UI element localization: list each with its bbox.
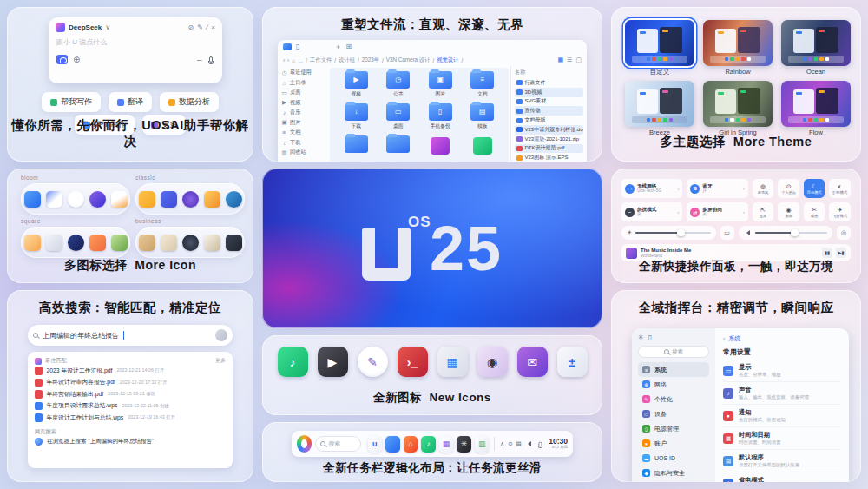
calculator-app-icon[interactable]: ± bbox=[557, 347, 588, 377]
launcher-app-icon[interactable]: ▦ bbox=[437, 347, 468, 377]
folder-item[interactable]: ≡文档 bbox=[462, 71, 504, 103]
action-analytics-button[interactable]: 数据分析 bbox=[160, 92, 219, 112]
folder-item[interactable]: ▤模板 bbox=[462, 103, 504, 135]
dock-music-icon[interactable]: ♪ bbox=[421, 436, 436, 453]
panel-file-row[interactable]: SVG素材 bbox=[515, 97, 583, 107]
panel-file-row[interactable]: V23渲染-2021-1021.zip bbox=[515, 135, 583, 144]
home-icon[interactable]: ⌂ bbox=[292, 57, 295, 63]
icon-set-square[interactable]: square bbox=[21, 218, 130, 258]
cc-search-input[interactable]: 搜索 bbox=[638, 346, 709, 358]
chevron-down-icon[interactable]: ∨ bbox=[105, 24, 110, 31]
deepseek-mode-icon[interactable] bbox=[56, 55, 68, 64]
audio-output-button[interactable]: ◎ bbox=[837, 226, 851, 240]
grid-view-icon[interactable]: ▦ bbox=[557, 56, 563, 63]
folder-item[interactable]: ◷公共 bbox=[378, 71, 420, 103]
microphone-tile[interactable]: ◍麦克风 bbox=[753, 179, 774, 198]
sidebar-item-documents[interactable]: ≡文档 bbox=[281, 128, 325, 138]
folder-item[interactable] bbox=[335, 135, 378, 162]
ai-input[interactable]: 跟小 U 说点什么 bbox=[49, 34, 222, 50]
pin-icon[interactable]: ✎ bbox=[197, 24, 203, 31]
dock-app-grid-icon[interactable]: ▦ bbox=[439, 436, 454, 453]
minimize-icon[interactable]: – bbox=[197, 56, 202, 64]
tray-volume-icon[interactable] bbox=[525, 441, 531, 446]
pause-button[interactable]: ▮▮ bbox=[822, 248, 832, 258]
multiscreen-tile[interactable]: ⇄ 多屏协同关 › bbox=[687, 202, 747, 221]
action-translate-button[interactable]: 翻译 bbox=[108, 92, 152, 112]
sidebar-item-trash[interactable]: ▥回收站 bbox=[281, 148, 325, 158]
dock-app-store-icon[interactable]: ⌂ bbox=[404, 436, 418, 453]
record-tile[interactable]: ◉录屏 bbox=[778, 202, 799, 221]
setting-item-datetime[interactable]: ▦时间和日期时区设置、时间设置 bbox=[723, 427, 841, 450]
panel-file-row[interactable]: DTK设计规范.pdf bbox=[515, 144, 583, 154]
cc-nav-system[interactable]: ≡系统 bbox=[638, 362, 709, 377]
eye-protect-tile[interactable]: ◐护眼模式 bbox=[829, 179, 851, 198]
dock-trash-icon[interactable]: ▥ bbox=[475, 436, 490, 453]
screencast-tile[interactable]: ⇱投屏 bbox=[753, 202, 774, 221]
airplane-tile[interactable]: ✈飞行模式 bbox=[829, 202, 851, 221]
setting-item-sound[interactable]: ♪声音输入、输出、系统音效、设备管理 bbox=[723, 382, 841, 405]
volume-slider[interactable] bbox=[739, 226, 833, 240]
setting-item-default-apps[interactable]: ▤默认程序设置打开文件类型的默认应用 bbox=[723, 450, 841, 472]
folder-item[interactable]: ▣图片 bbox=[419, 71, 462, 103]
folder-item[interactable]: ↓下载 bbox=[335, 103, 378, 135]
setting-item-notifications[interactable]: ●通知免打扰模式、应用通知 bbox=[723, 405, 841, 427]
action-write-button[interactable]: 帮我写作 bbox=[42, 92, 101, 112]
sidebar-toggle-icon[interactable]: ▯ bbox=[296, 43, 299, 50]
list-view-icon[interactable]: ☰ bbox=[567, 56, 572, 63]
close-icon[interactable]: × bbox=[211, 24, 215, 31]
cc-nav-power[interactable]: ▯电源管理 bbox=[638, 421, 709, 436]
camera-app-icon[interactable]: ◉ bbox=[477, 347, 508, 377]
next-track-button[interactable]: ▶▮ bbox=[836, 248, 846, 258]
breadcrumb-segment[interactable]: 工作文件 bbox=[310, 56, 332, 64]
panel-file-row[interactable]: V23申请外观专利样张.doc bbox=[515, 125, 583, 135]
verify-icon[interactable]: ⊘ bbox=[188, 24, 194, 31]
dock-file-manager-icon[interactable] bbox=[385, 436, 400, 453]
tray-notification-icon[interactable] bbox=[538, 441, 542, 446]
theme-option-ocean[interactable]: Ocean bbox=[781, 20, 851, 76]
cc-nav-devices[interactable]: ▭设备 bbox=[638, 406, 709, 421]
dock-settings-icon[interactable]: ✳ bbox=[457, 436, 471, 453]
panel-file-row[interactable]: 行政文件 bbox=[515, 78, 583, 88]
search-result-row[interactable]: 年终营销结果输出.pdf2023-12-15 09:21 修改 bbox=[35, 388, 226, 400]
setting-item-power-save[interactable]: ▯省电模式智能降低功耗水平，延长续航时间 bbox=[723, 472, 841, 482]
taskbar-clock[interactable]: 10:30 3/12 周四 bbox=[549, 438, 568, 450]
panel-file-row[interactable]: 3D视频 bbox=[515, 88, 583, 97]
dark-mode-tile[interactable]: ☾深色模式 bbox=[804, 179, 825, 198]
folder-item[interactable] bbox=[378, 135, 420, 162]
more-link[interactable]: 更多 bbox=[215, 357, 226, 365]
dnd-tile[interactable]: – 勿扰模式关 › bbox=[621, 202, 682, 221]
slider-knob[interactable] bbox=[791, 229, 799, 237]
breadcrumb-segment[interactable]: 设计组 bbox=[339, 56, 355, 64]
display-mode-button[interactable]: ▭ bbox=[720, 226, 734, 240]
sidebar-toggle-icon[interactable]: ▯ bbox=[648, 334, 652, 341]
sidebar-item-desktop[interactable]: ▭桌面 bbox=[281, 88, 325, 98]
new-folder-icon[interactable]: ⊞ bbox=[345, 43, 352, 50]
resize-icon[interactable]: ∕ bbox=[207, 24, 207, 31]
slider-knob[interactable] bbox=[677, 229, 685, 237]
sidebar-item-downloads[interactable]: ↓下载 bbox=[281, 138, 325, 149]
theme-option-flow[interactable]: Flow bbox=[781, 81, 851, 136]
file-item[interactable] bbox=[419, 135, 462, 162]
search-result-row[interactable]: 年度项目设计需求总结.wps2023-12-02 11:05 创建 bbox=[35, 400, 226, 413]
bluetooth-tile[interactable]: B 蓝牙开 › bbox=[687, 179, 747, 198]
setting-item-display[interactable]: ▭显示亮度、分辨率、缩放 bbox=[723, 360, 841, 382]
theme-option-rainbow[interactable]: Rainbow bbox=[703, 20, 773, 76]
breadcrumb-segment[interactable]: … bbox=[298, 57, 303, 63]
wifi-tile[interactable]: ◠ 无线网络Uos-Tech-5G › bbox=[621, 179, 682, 198]
tray-expand-icon[interactable]: ∧ bbox=[500, 440, 504, 447]
file-item[interactable] bbox=[462, 135, 504, 162]
theme-option-breeze[interactable]: Breeze bbox=[625, 81, 694, 136]
cc-nav-personalization[interactable]: ✎个性化 bbox=[638, 392, 709, 406]
mail-app-icon[interactable]: ✉ bbox=[517, 347, 548, 377]
icon-set-business[interactable]: business bbox=[135, 218, 245, 258]
folder-item[interactable]: ▭桌面 bbox=[378, 103, 420, 135]
detail-view-icon[interactable]: ▢ bbox=[575, 56, 582, 63]
panel-file-row[interactable]: 文档母版 bbox=[515, 116, 583, 125]
panel-file-row[interactable]: 宣传物 bbox=[515, 106, 583, 116]
breadcrumb-segment[interactable]: 2023年 bbox=[362, 56, 379, 64]
cc-nav-accounts[interactable]: ●账户 bbox=[638, 436, 709, 451]
folder-item[interactable]: ▶视频 bbox=[335, 71, 378, 103]
global-search-input[interactable]: 上周编辑的年终总结报告 bbox=[28, 325, 233, 346]
breadcrumb-current[interactable]: 系统 bbox=[728, 334, 740, 343]
draw-app-icon[interactable]: ✎ bbox=[358, 347, 388, 377]
